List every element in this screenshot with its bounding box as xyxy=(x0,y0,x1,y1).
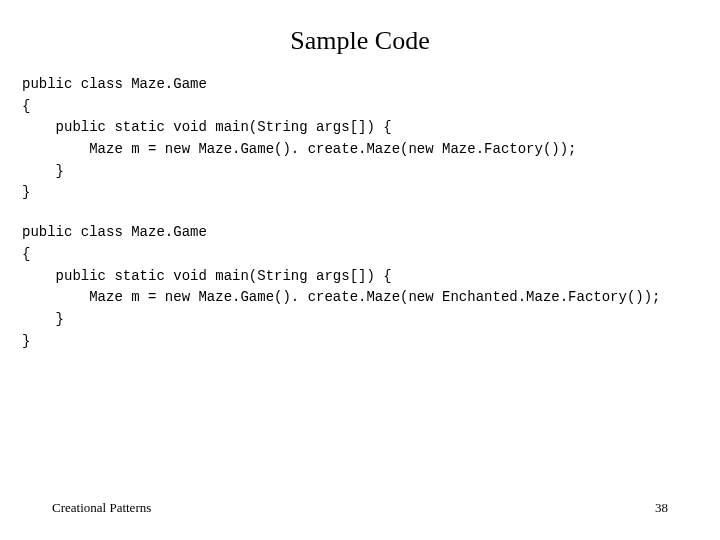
slide: Sample Code public class Maze.Game { pub… xyxy=(0,0,720,540)
code-block-2: public class Maze.Game { public static v… xyxy=(0,222,720,352)
slide-title: Sample Code xyxy=(0,0,720,74)
code-block-1: public class Maze.Game { public static v… xyxy=(0,74,720,204)
footer-page-number: 38 xyxy=(655,500,668,516)
footer-left: Creational Patterns xyxy=(52,500,151,516)
spacer xyxy=(0,204,720,222)
